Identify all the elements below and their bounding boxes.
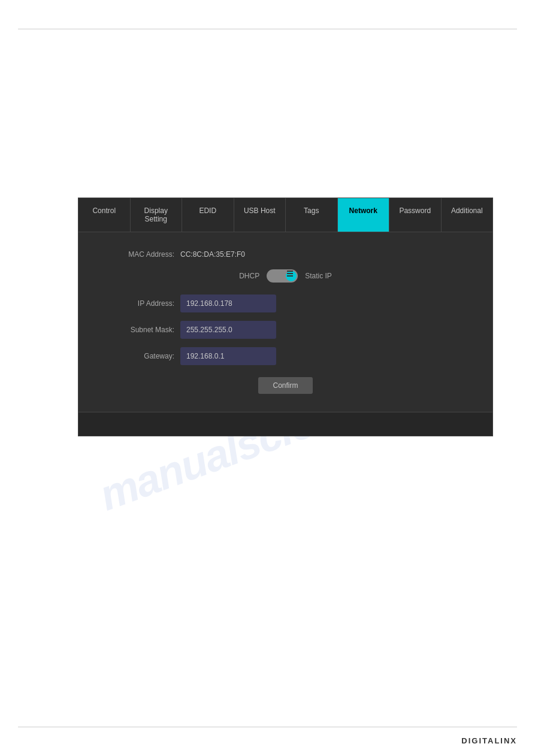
- tab-usb-host[interactable]: USB Host: [234, 198, 286, 232]
- gateway-label: Gateway:: [102, 352, 174, 360]
- toggle-knob: [286, 271, 297, 281]
- tab-network[interactable]: Network: [338, 198, 390, 232]
- confirm-row: Confirm: [102, 377, 468, 394]
- gateway-input[interactable]: [180, 347, 276, 365]
- dhcp-toggle[interactable]: [267, 269, 298, 283]
- main-panel: Control Display Setting EDID USB Host Ta…: [78, 198, 493, 436]
- brand-logo: DIGITALINX: [461, 736, 517, 745]
- dhcp-toggle-row: DHCP Static IP: [102, 269, 468, 283]
- dhcp-label: DHCP: [239, 272, 259, 280]
- tab-tags[interactable]: Tags: [286, 198, 338, 232]
- static-ip-label: Static IP: [305, 272, 332, 280]
- tab-additional[interactable]: Additional: [442, 198, 493, 232]
- gateway-row: Gateway:: [102, 347, 468, 365]
- ip-address-label: IP Address:: [102, 299, 174, 308]
- subnet-mask-input[interactable]: [180, 321, 276, 339]
- tab-control[interactable]: Control: [78, 198, 131, 232]
- tab-edid[interactable]: EDID: [182, 198, 234, 232]
- confirm-button[interactable]: Confirm: [258, 377, 312, 394]
- tab-display-setting[interactable]: Display Setting: [131, 198, 183, 232]
- content-area: MAC Address: CC:8C:DA:35:E7:F0 DHCP Stat…: [78, 232, 492, 412]
- mac-address-value: CC:8C:DA:35:E7:F0: [180, 250, 245, 259]
- tab-bar: Control Display Setting EDID USB Host Ta…: [78, 198, 492, 232]
- panel-footer: [78, 412, 492, 436]
- mac-address-label: MAC Address:: [102, 250, 174, 259]
- ip-address-row: IP Address:: [102, 294, 468, 312]
- ip-address-input[interactable]: [180, 294, 276, 312]
- mac-address-row: MAC Address: CC:8C:DA:35:E7:F0: [102, 250, 468, 259]
- bottom-divider: [18, 727, 517, 727]
- tab-password[interactable]: Password: [389, 198, 442, 232]
- subnet-mask-row: Subnet Mask:: [102, 321, 468, 339]
- toggle-lines: [287, 271, 293, 277]
- subnet-mask-label: Subnet Mask:: [102, 326, 174, 334]
- top-divider: [18, 29, 517, 29]
